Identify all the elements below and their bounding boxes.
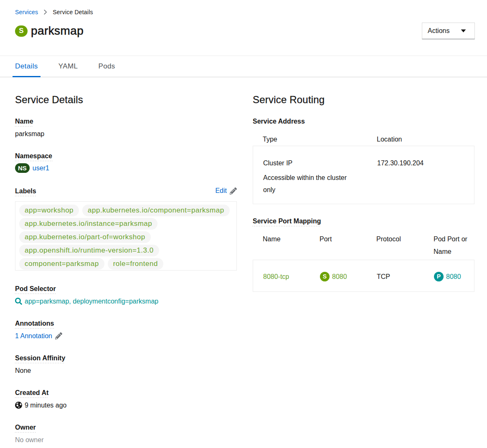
pod-selector-label[interactable]: Pod Selector bbox=[15, 285, 56, 294]
annotations-edit-button[interactable]: 1 Annotation bbox=[15, 332, 62, 340]
created-at-value: 9 minutes ago bbox=[25, 401, 67, 409]
namespace-label[interactable]: Namespace bbox=[15, 152, 52, 161]
owner-value: No owner bbox=[15, 436, 237, 444]
page-title: parksmap bbox=[31, 24, 84, 38]
pod-port-value: 8080 bbox=[446, 273, 461, 281]
created-at-label[interactable]: Created At bbox=[15, 389, 48, 398]
label-pill[interactable]: app.openshift.io/runtime-version=1.3.0 bbox=[19, 245, 159, 256]
address-type-desc: Accessible within the cluster only bbox=[263, 172, 359, 196]
namespace-link[interactable]: user1 bbox=[33, 164, 49, 172]
labels-label[interactable]: Labels bbox=[15, 187, 36, 196]
actions-label: Actions bbox=[428, 27, 449, 35]
label-pill[interactable]: app.kubernetes.io/component=parksmap bbox=[82, 205, 230, 216]
breadcrumb-current: Service Details bbox=[53, 9, 93, 15]
annotations-label[interactable]: Annotations bbox=[15, 319, 54, 329]
pod-port-badge: P bbox=[434, 272, 444, 281]
detail-item-session-affinity: Session Affinity None bbox=[15, 354, 237, 375]
label-pill[interactable]: app=workshop bbox=[19, 205, 79, 216]
owner-label[interactable]: Owner bbox=[15, 423, 36, 433]
port-col-name: Name bbox=[253, 233, 309, 258]
actions-dropdown-button[interactable]: Actions bbox=[422, 23, 475, 39]
tab-bar: Details YAML Pods bbox=[0, 56, 487, 77]
address-col-type: Type bbox=[253, 135, 367, 143]
pencil-icon bbox=[230, 187, 237, 195]
detail-item-name: Name parksmap bbox=[15, 117, 237, 138]
chevron-right-icon bbox=[43, 10, 48, 15]
port-col-pod-port: Pod Port or Name bbox=[424, 233, 474, 258]
annotations-value: 1 Annotation bbox=[15, 332, 52, 340]
service-port-mapping-table: Name Port Protocol Pod Port or Name 8080… bbox=[253, 233, 474, 292]
tab-yaml[interactable]: YAML bbox=[56, 56, 81, 77]
name-value: parksmap bbox=[15, 130, 237, 138]
search-icon bbox=[15, 298, 22, 305]
label-pill[interactable]: app.kubernetes.io/part-of=workshop bbox=[19, 231, 151, 243]
title-row: S parksmap Actions bbox=[15, 23, 475, 39]
port-value: 8080 bbox=[332, 273, 347, 281]
name-label[interactable]: Name bbox=[15, 117, 33, 127]
address-col-location: Location bbox=[367, 135, 474, 143]
label-pill[interactable]: role=frontend bbox=[108, 258, 163, 270]
labels-edit-button[interactable]: Edit bbox=[215, 187, 237, 195]
page-header: Services Service Details S parksmap Acti… bbox=[0, 0, 487, 56]
namespace-badge: NS bbox=[15, 163, 30, 173]
globe-icon bbox=[15, 402, 22, 409]
port-col-protocol: Protocol bbox=[366, 233, 424, 258]
detail-item-pod-selector: Pod Selector app=parksmap, deploymentcon… bbox=[15, 285, 237, 305]
service-routing-section: Service Routing Service Address Type Loc… bbox=[253, 94, 474, 292]
address-location: 172.30.190.204 bbox=[367, 146, 474, 204]
detail-item-created-at: Created At 9 minutes ago bbox=[15, 389, 237, 409]
main-content: Service Details Name parksmap Namespace … bbox=[0, 77, 487, 448]
service-port-badge: S bbox=[320, 272, 330, 281]
tab-pods[interactable]: Pods bbox=[96, 56, 117, 77]
label-pill[interactable]: component=parksmap bbox=[19, 258, 104, 270]
breadcrumb: Services Service Details bbox=[15, 9, 475, 15]
labels-group: app=workshopapp.kubernetes.io/component=… bbox=[15, 201, 237, 271]
service-resource-icon: S bbox=[15, 25, 28, 37]
detail-item-namespace: Namespace NS user1 bbox=[15, 152, 237, 173]
session-affinity-value: None bbox=[15, 367, 237, 375]
label-pill[interactable]: app.kubernetes.io/instance=parksmap bbox=[19, 218, 157, 230]
address-type: Cluster IP bbox=[263, 159, 367, 167]
protocol-value: TCP bbox=[367, 260, 424, 291]
labels-edit-label: Edit bbox=[215, 187, 227, 195]
detail-item-annotations: Annotations 1 Annotation bbox=[15, 319, 237, 340]
tab-details[interactable]: Details bbox=[13, 56, 41, 77]
service-routing-heading: Service Routing bbox=[253, 94, 474, 105]
service-address-heading: Service Address bbox=[253, 117, 474, 125]
service-details-section: Service Details Name parksmap Namespace … bbox=[15, 94, 237, 448]
port-col-port: Port bbox=[309, 233, 366, 258]
caret-down-icon bbox=[461, 29, 466, 33]
port-name-link[interactable]: 8080-tcp bbox=[263, 273, 289, 281]
service-address-row: Cluster IP Accessible within the cluster… bbox=[253, 146, 474, 204]
service-port-mapping-row: 8080-tcp S 8080 TCP P 8080 bbox=[253, 260, 474, 292]
breadcrumb-link-services[interactable]: Services bbox=[15, 9, 38, 15]
service-address-table: Type Location Cluster IP Accessible with… bbox=[253, 135, 474, 204]
detail-item-labels: Labels Edit app=workshopapp.kubernetes.i… bbox=[15, 187, 237, 271]
pod-selector-link[interactable]: app=parksmap, deploymentconfig=parksmap bbox=[25, 297, 158, 305]
pencil-icon bbox=[55, 332, 62, 339]
session-affinity-label[interactable]: Session Affinity bbox=[15, 354, 65, 363]
detail-item-owner: Owner No owner bbox=[15, 423, 237, 444]
service-details-heading: Service Details bbox=[15, 94, 237, 105]
service-port-mapping-heading[interactable]: Service Port Mapping bbox=[253, 217, 321, 226]
